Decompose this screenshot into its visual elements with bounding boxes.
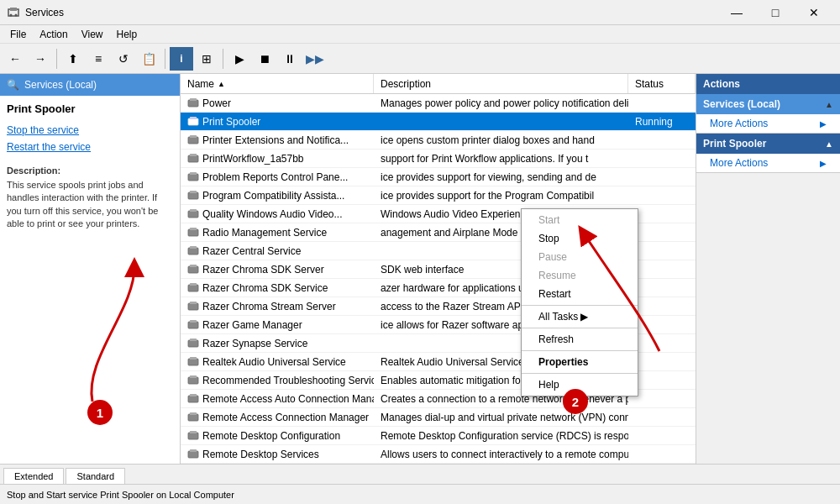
toolbar: ← → ⬆ ≡ ↺ 📋 i ⊞ ▶ ⏹ ⏸ ▶▶ [0, 44, 840, 74]
row-service-name: Razer Chroma SDK Service [181, 281, 374, 296]
table-row[interactable]: Remote Desktop Configuration Remote Desk… [181, 427, 696, 445]
row-status [628, 176, 696, 179]
main-container: 🔍 Services (Local) Print Spooler Stop th… [0, 74, 840, 464]
right-section-local-header[interactable]: Services (Local) ▲ [696, 94, 840, 114]
svg-rect-8 [188, 137, 198, 144]
context-menu-item-stop[interactable]: Stop [522, 229, 638, 248]
context-menu-item-resume: Resume [522, 266, 638, 285]
table-row[interactable]: PrintWorkflow_1a57bb support for Print W… [181, 150, 696, 168]
context-menu-item-all-tasks[interactable]: All Tasks ▶ [522, 307, 638, 326]
row-service-name: Remote Access Connection Manager [181, 410, 374, 425]
row-service-name: Printer Extensions and Notifica... [181, 133, 374, 148]
refresh-button[interactable]: ↺ [112, 47, 135, 71]
selected-service-name: Print Spooler [7, 102, 173, 115]
row-service-name: Razer Game Manager [181, 318, 374, 333]
svg-rect-13 [190, 172, 197, 175]
row-status [628, 397, 696, 401]
close-button[interactable]: ✕ [795, 0, 833, 25]
table-row[interactable]: Printer Extensions and Notifica... ice o… [181, 131, 696, 150]
stop-button[interactable]: ⏹ [253, 47, 276, 71]
tab-standard[interactable]: Standard [66, 468, 125, 484]
row-status [628, 305, 696, 308]
svg-rect-24 [188, 285, 198, 291]
table-row[interactable]: Power Manages power policy and power pol… [181, 94, 696, 113]
svg-rect-12 [188, 174, 198, 181]
play-button[interactable]: ▶ [228, 47, 251, 71]
svg-rect-22 [188, 266, 198, 273]
row-service-name: Remote Desktop Services [181, 447, 374, 462]
svg-rect-9 [190, 135, 197, 138]
col-header-description[interactable]: Description [374, 74, 628, 93]
svg-rect-35 [190, 375, 197, 378]
pause-button[interactable]: ⏸ [278, 47, 302, 71]
tab-extended[interactable]: Extended [3, 468, 64, 484]
table-row[interactable]: Problem Reports Control Pane... ice prov… [181, 168, 696, 186]
col-header-status[interactable]: Status [628, 74, 696, 93]
row-description: Remote Desktop Configuration service (RD… [374, 428, 628, 444]
grid-button[interactable]: ⊞ [195, 47, 218, 71]
restart-service-link[interactable]: Restart the service [7, 139, 173, 155]
row-service-name: Recommended Troubleshooting Service [181, 373, 374, 388]
back-button[interactable]: ← [3, 47, 27, 71]
table-row[interactable]: Remote Access Connection Manager Manages… [181, 408, 696, 427]
col-header-name[interactable]: Name ▲ [181, 74, 374, 93]
svg-rect-19 [190, 228, 197, 230]
svg-rect-37 [190, 394, 197, 396]
right-panel: Actions Services (Local) ▲ More Actions … [696, 74, 840, 464]
svg-rect-1 [10, 8, 17, 11]
svg-rect-7 [190, 117, 197, 119]
service-icon [187, 393, 199, 405]
svg-rect-16 [188, 211, 198, 218]
context-menu-item-restart[interactable]: Restart [522, 285, 638, 303]
export-button[interactable]: 📋 [137, 47, 160, 71]
context-menu-item-properties[interactable]: Properties [522, 353, 638, 371]
context-menu-separator [522, 305, 638, 306]
service-icon [187, 153, 199, 165]
row-description: Manages dial-up and virtual private netw… [374, 410, 628, 425]
forward-button[interactable]: → [29, 47, 52, 71]
table-row[interactable]: Remote Desktop Services Allows users to … [181, 445, 696, 464]
row-description: Manages power policy and power policy no… [374, 96, 628, 111]
chevron-up-icon: ▲ [825, 100, 833, 109]
right-section-spooler-items: More Actions ▶ [696, 154, 840, 172]
app-icon [7, 6, 20, 19]
svg-rect-38 [188, 414, 198, 421]
chevron-up-icon-2: ▲ [825, 139, 833, 149]
status-bar: Stop and Start service Print Spooler on … [0, 484, 840, 504]
minimize-button[interactable]: — [717, 0, 756, 25]
svg-rect-39 [190, 412, 197, 415]
svg-rect-14 [188, 192, 198, 199]
svg-rect-33 [190, 357, 197, 360]
row-service-name: Razer Central Service [181, 244, 374, 259]
svg-rect-11 [190, 154, 197, 156]
service-icon [187, 190, 199, 202]
svg-rect-18 [188, 229, 198, 236]
right-section-spooler-header[interactable]: Print Spooler ▲ [696, 134, 840, 154]
table-row[interactable]: Program Compatibility Assista... ice pro… [181, 186, 696, 205]
up-button[interactable]: ⬆ [61, 47, 85, 71]
show-hide-button[interactable]: ≡ [87, 47, 110, 71]
service-icon [187, 338, 199, 349]
svg-rect-29 [190, 320, 197, 323]
maximize-button[interactable]: □ [756, 0, 795, 25]
svg-rect-27 [190, 302, 197, 304]
row-status [628, 416, 696, 419]
info-button[interactable]: i [170, 47, 193, 71]
service-icon [187, 356, 199, 368]
row-service-name: Realtek Audio Universal Service [181, 354, 374, 370]
table-header: Name ▲ Description Status [181, 74, 696, 94]
row-description: support for Print Workflow applications.… [374, 151, 628, 166]
left-panel-header: 🔍 Services (Local) [0, 74, 180, 96]
menu-file[interactable]: File [3, 27, 33, 42]
restart-button[interactable]: ▶▶ [303, 47, 327, 71]
annotation-1: 1 [87, 400, 113, 425]
menu-view[interactable]: View [75, 27, 110, 42]
table-row[interactable]: Print Spooler Running [181, 113, 696, 131]
stop-service-link[interactable]: Stop the service [7, 122, 173, 139]
menu-help[interactable]: Help [110, 27, 144, 42]
menu-action[interactable]: Action [33, 27, 74, 42]
row-status [628, 323, 696, 327]
more-actions-spooler[interactable]: More Actions ▶ [696, 154, 840, 172]
context-menu-item-refresh[interactable]: Refresh [522, 330, 638, 349]
more-actions-local[interactable]: More Actions ▶ [696, 114, 840, 133]
